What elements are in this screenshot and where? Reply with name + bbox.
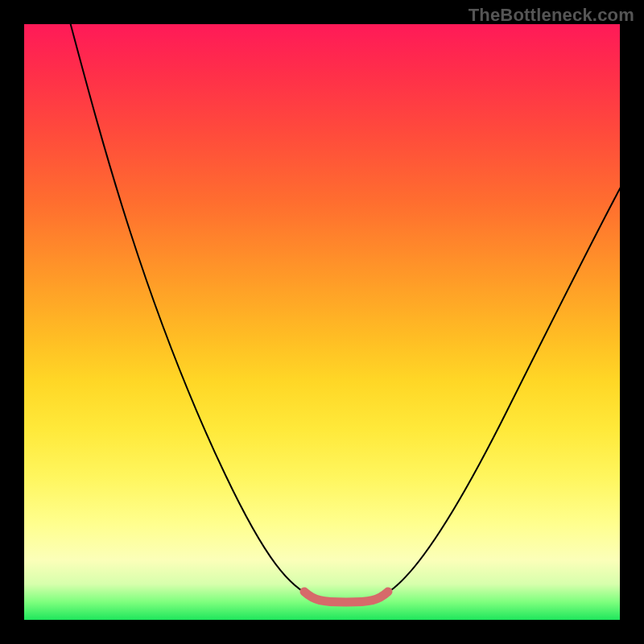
curve-layer bbox=[24, 24, 620, 620]
plot-area bbox=[24, 24, 620, 620]
chart-frame: TheBottleneck.com bbox=[0, 0, 644, 644]
watermark-text: TheBottleneck.com bbox=[469, 5, 634, 26]
bottleneck-curve bbox=[68, 24, 620, 600]
trough-highlight bbox=[304, 592, 388, 602]
